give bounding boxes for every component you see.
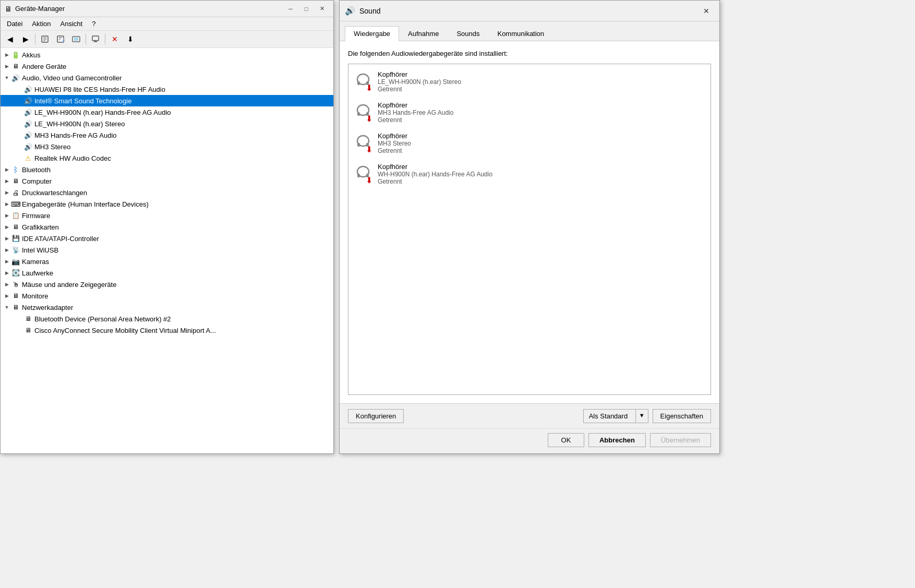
tab-wiedergabe[interactable]: Wiedergabe [345, 26, 399, 41]
label-computer: Computer [22, 177, 52, 185]
expand-andere[interactable]: ▶ [3, 62, 11, 70]
expand-netzwerk[interactable]: ▼ [3, 303, 11, 311]
svg-rect-18 [357, 112, 360, 116]
tree-item-audio[interactable]: ▼ 🔊 Audio, Video und Gamecontroller [1, 72, 333, 83]
device-name-1: Kopfhörer [378, 70, 461, 78]
expand-maeuse[interactable]: ▶ [3, 280, 11, 289]
tab-aufnahme[interactable]: Aufnahme [399, 26, 448, 41]
device-tree[interactable]: ▶ 🔋 Akkus ▶ 🖥 Andere Geräte ▼ 🔊 Audio, V… [1, 48, 333, 453]
expand-eingabe[interactable]: ▶ [3, 200, 11, 208]
tree-item-huawei[interactable]: 🔊 HUAWEI P8 lite CES Hands-Free HF Audio [1, 83, 333, 95]
tree-item-realtek[interactable]: ⚠ Realtek HW Audio Codec [1, 152, 333, 164]
tree-item-intel-wi[interactable]: ▶ 📡 Intel WiUSB [1, 244, 333, 256]
menu-ansicht[interactable]: Ansicht [56, 18, 87, 29]
expand-monitore[interactable]: ▶ [3, 292, 11, 300]
tree-item-mh3-stereo[interactable]: 🔊 MH3 Stereo [1, 141, 333, 152]
expand-laufwerke[interactable]: ▶ [3, 269, 11, 277]
tree-item-maeuse[interactable]: ▶ 🖱 Mäuse und andere Zeigegeräte [1, 279, 333, 290]
icon-mh3-hf: 🔊 [23, 130, 33, 140]
maximize-button[interactable]: □ [299, 4, 314, 14]
device-name-4: Kopfhörer [378, 163, 492, 171]
expand-firmware[interactable]: ▶ [3, 211, 11, 220]
tree-item-eingabe[interactable]: ▶ ⌨ Eingabegeräte (Human Interface Devic… [1, 198, 333, 210]
tree-item-laufwerke[interactable]: ▶ 💽 Laufwerke [1, 267, 333, 279]
monitor-button[interactable] [88, 32, 103, 46]
tree-item-akkus[interactable]: ▶ 🔋 Akkus [1, 49, 333, 61]
eigenschaften-button[interactable]: Eigenschaften [653, 409, 711, 423]
update-driver-button[interactable]: ? [53, 32, 68, 46]
expand-computer[interactable]: ▶ [3, 177, 11, 185]
label-laufwerke: Laufwerke [22, 269, 53, 277]
refresh-button[interactable]: ⬇ [123, 32, 138, 46]
menu-datei[interactable]: Datei [3, 18, 27, 29]
expand-ide[interactable]: ▶ [3, 234, 11, 243]
close-button[interactable]: ✕ [315, 4, 329, 14]
menu-help[interactable]: ? [88, 18, 100, 29]
expand-grafik[interactable]: ▶ [3, 223, 11, 231]
icon-firmware: 📋 [11, 211, 20, 220]
expand-bluetooth[interactable]: ▶ [3, 165, 11, 174]
abbrechen-button[interactable]: Abbrechen [588, 433, 646, 447]
minimize-button[interactable]: ─ [283, 4, 298, 14]
tree-item-bluetooth[interactable]: ▶ ᛒ Bluetooth [1, 164, 333, 175]
sound-description: Die folgenden Audiowiedergabegeräte sind… [348, 50, 711, 57]
uninstall-button[interactable]: ✕ [107, 32, 122, 46]
als-standard-arrow[interactable]: ▼ [635, 409, 648, 423]
label-ide: IDE ATA/ATAPI-Controller [22, 235, 99, 243]
tree-item-mh3-hf[interactable]: 🔊 MH3 Hands-Free AG Audio [1, 129, 333, 141]
tree-item-druck[interactable]: ▶ 🖨 Druckwarteschlangen [1, 187, 333, 198]
uebernehmen-button[interactable]: Übernehmen [650, 433, 711, 447]
device-manager-titlebar: 🖥 Geräte-Manager ─ □ ✕ [1, 1, 333, 17]
forward-button[interactable]: ▶ [18, 32, 33, 46]
tree-item-le-hf[interactable]: 🔊 LE_WH-H900N (h.ear) Hands-Free AG Audi… [1, 106, 333, 118]
tab-kommunikation[interactable]: Kommunikation [488, 26, 553, 41]
label-le-hf: LE_WH-H900N (h.ear) Hands-Free AG Audio [34, 109, 171, 116]
device-item-3[interactable]: ⬇ Kopfhörer MH3 Stereo Getrennt [351, 128, 708, 159]
tree-item-netzwerk[interactable]: ▼ 🖥 Netzwerkadapter [1, 302, 333, 313]
tree-item-andere[interactable]: ▶ 🖥 Andere Geräte [1, 61, 333, 72]
properties-button[interactable] [38, 32, 52, 46]
expand-akkus[interactable]: ▶ [3, 51, 11, 59]
sound-titlebar-left: 🔊 Sound [345, 6, 380, 16]
expand-druck[interactable]: ▶ [3, 188, 11, 197]
tab-sounds[interactable]: Sounds [448, 26, 488, 41]
tree-item-ide[interactable]: ▶ 💾 IDE ATA/ATAPI-Controller [1, 233, 333, 244]
scan-button[interactable] [69, 32, 83, 46]
tree-item-kameras[interactable]: ▶ 📷 Kameras [1, 256, 333, 267]
expand-intel-wi[interactable]: ▶ [3, 246, 11, 254]
als-standard-dropdown[interactable]: Als Standard ▼ [583, 409, 648, 423]
label-bluetooth: Bluetooth [22, 166, 51, 174]
device-item-1[interactable]: ⬇ Kopfhörer LE_WH-H900N (h.ear) Stereo G… [351, 66, 708, 97]
device-name-3: Kopfhörer [378, 132, 411, 140]
sound-device-list[interactable]: ⬇ Kopfhörer LE_WH-H900N (h.ear) Stereo G… [348, 64, 711, 395]
ok-button[interactable]: OK [548, 433, 584, 447]
sound-title: Sound [359, 7, 380, 15]
expand-kameras[interactable]: ▶ [3, 257, 11, 266]
icon-andere: 🖥 [11, 62, 20, 71]
svg-rect-24 [357, 174, 360, 177]
toolbar-sep-1 [35, 34, 35, 44]
tree-item-firmware[interactable]: ▶ 📋 Firmware [1, 210, 333, 221]
label-cisco: Cisco AnyConnect Secure Mobility Client … [34, 327, 216, 334]
tree-item-bluetooth-pan[interactable]: 🖥 Bluetooth Device (Personal Area Networ… [1, 313, 333, 325]
tree-item-le-stereo[interactable]: 🔊 LE_WH-H900N (h.ear) Stereo [1, 118, 333, 129]
als-standard-main[interactable]: Als Standard [583, 409, 635, 423]
tree-item-computer[interactable]: ▶ 🖥 Computer [1, 175, 333, 187]
back-button[interactable]: ◀ [3, 32, 17, 46]
device-item-2[interactable]: ⬇ Kopfhörer MH3 Hands-Free AG Audio Getr… [351, 97, 708, 128]
device-status-1: Getrennt [378, 86, 461, 93]
menu-aktion[interactable]: Aktion [28, 18, 55, 29]
label-realtek: Realtek HW Audio Codec [34, 154, 111, 162]
tree-item-intel-sst[interactable]: 🔊 Intel® Smart Sound Technologie [1, 95, 333, 106]
tree-item-monitore[interactable]: ▶ 🖥 Monitore [1, 290, 333, 302]
icon-intel-wi: 📡 [11, 245, 20, 255]
konfigurieren-button[interactable]: Konfigurieren [348, 409, 404, 423]
sound-close-button[interactable]: ✕ [699, 4, 714, 18]
disconnect-arrow-3: ⬇ [366, 146, 372, 154]
device-info-1: Kopfhörer LE_WH-H900N (h.ear) Stereo Get… [378, 70, 461, 93]
expand-audio[interactable]: ▼ [3, 74, 11, 82]
tree-item-cisco[interactable]: 🖥 Cisco AnyConnect Secure Mobility Clien… [1, 325, 333, 336]
tree-item-grafik[interactable]: ▶ 🖥 Grafikkarten [1, 221, 333, 233]
device-item-4[interactable]: ⬇ Kopfhörer WH-H900N (h.ear) Hands-Free … [351, 159, 708, 189]
device-manager-icon: 🖥 [5, 5, 12, 13]
